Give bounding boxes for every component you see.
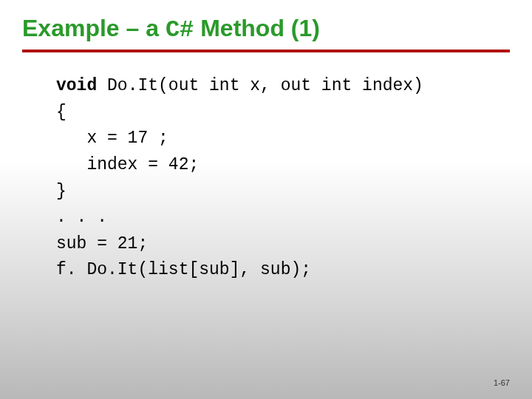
code-keyword: void <box>56 76 97 95</box>
code-line-5: } <box>56 182 66 201</box>
code-line-2: { <box>56 103 66 122</box>
title-suffix: Method (1) <box>194 15 320 41</box>
code-line-1-rest: Do.It(out int x, out int index) <box>97 76 423 95</box>
code-block: void Do.It(out int x, out int index) { x… <box>56 73 510 284</box>
title-prefix: Example – a <box>22 15 166 41</box>
code-line-8: f. Do.It(list[sub], sub); <box>56 260 311 279</box>
code-line-4: index = 42; <box>56 155 199 174</box>
title-rule <box>22 50 510 52</box>
slide: Example – a C# Method (1) void Do.It(out… <box>0 0 532 399</box>
code-line-7: sub = 21; <box>56 234 148 253</box>
page-number: 1-67 <box>494 378 510 387</box>
code-line-3: x = 17 ; <box>56 129 168 148</box>
title-mono: C# <box>166 16 194 44</box>
slide-title: Example – a C# Method (1) <box>22 15 510 44</box>
code-line-6: . . . <box>56 208 107 227</box>
